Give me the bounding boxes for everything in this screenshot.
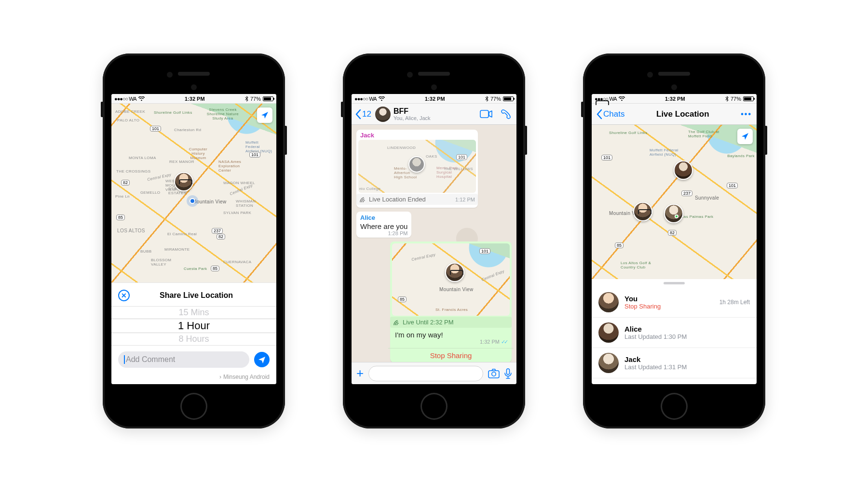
back-button[interactable]: 12: [355, 109, 371, 119]
earpiece: [658, 72, 690, 76]
duration-picker[interactable]: 15 Mins 1 Hour 8 Hours: [111, 306, 276, 346]
attach-button[interactable]: +: [356, 366, 364, 381]
message-composer: +: [352, 362, 516, 384]
sheet-grabber[interactable]: [664, 282, 685, 284]
bluetooth-icon: [725, 96, 729, 102]
map-label: Shoreline Golf Links: [609, 131, 648, 135]
message-input[interactable]: [368, 366, 483, 381]
message-text: I'm on my way!: [395, 331, 507, 339]
last-updated: Last Updated 1:31 PM: [624, 363, 750, 371]
map-thumbnail[interactable]: LINDENWOOD OAKS Menlo-Atherton High Scho…: [358, 140, 476, 193]
recenter-button[interactable]: [257, 107, 272, 123]
map-label: Sunnyvale: [695, 195, 719, 201]
wifi-icon: [619, 96, 625, 101]
back-button[interactable]: Chats: [597, 109, 624, 119]
message-alice[interactable]: Alice Where are you 1:28 PM: [356, 212, 411, 238]
send-button[interactable]: [254, 352, 270, 367]
map-label: El Camino Real: [167, 232, 197, 236]
map-label: THE WILLOWS: [444, 167, 473, 171]
route-shield: 82: [121, 180, 130, 186]
map-label: Menlo Park Surgical Hospital: [436, 166, 462, 179]
comment-input[interactable]: Add Comment: [118, 351, 249, 368]
message-location-jack[interactable]: Jack LINDENWOOD OAKS Menlo-Atherton High…: [356, 130, 478, 208]
screen-share-location: ●●●○○ WA 1:32 PM 77% ADOBE CREEK PALO AL…: [111, 94, 276, 384]
map-label: ADOBE CREEK: [115, 109, 145, 114]
bluetooth-icon: [245, 96, 248, 102]
home-button[interactable]: [180, 393, 207, 420]
home-button[interactable]: [661, 393, 688, 420]
status-time: 1:32 PM: [425, 96, 445, 102]
audio-call-button[interactable]: [501, 109, 511, 119]
you-avatar-pin[interactable]: [633, 202, 652, 221]
map-label: Central Expy: [411, 253, 436, 262]
proximity-sensor: [167, 72, 173, 78]
user-avatar-pin[interactable]: [174, 172, 193, 191]
message-time: 1:32 PM✓✓: [395, 339, 507, 345]
message-time: 1:12 PM: [455, 197, 475, 202]
page-title: Live Location: [624, 109, 741, 119]
map-label: Los Altos Golf & Country Club: [621, 261, 659, 269]
home-button[interactable]: [420, 393, 448, 420]
route-shield: 82: [217, 234, 225, 240]
avatar: [598, 322, 619, 343]
stop-sharing-button[interactable]: Stop Sharing: [388, 348, 514, 361]
route-shield: 82: [668, 230, 677, 236]
group-name: BFF: [393, 107, 477, 116]
svg-rect-3: [507, 369, 510, 375]
participant-row-jack[interactable]: Jack Last Updated 1:31 PM: [592, 348, 757, 378]
map-label: REX MANOR: [169, 160, 194, 164]
picker-option-selected[interactable]: 1 Hour: [111, 319, 276, 333]
avatar: [598, 353, 619, 373]
alice-avatar-pin[interactable]: [674, 161, 693, 180]
map-view[interactable]: ADOBE CREEK PALO ALTO Shoreline Golf Lin…: [111, 104, 276, 282]
chat-title[interactable]: BFF You, Alice, Jack: [393, 107, 477, 121]
map-label: nio College: [359, 187, 380, 191]
recenter-button[interactable]: [737, 129, 753, 144]
group-avatar[interactable]: [375, 107, 391, 122]
jack-avatar-pin[interactable]: [664, 204, 683, 223]
signal-dots-icon: ●●●○○ WA: [114, 96, 136, 102]
svg-point-2: [492, 372, 496, 375]
video-call-button[interactable]: [480, 110, 492, 118]
battery-percent: 77%: [490, 96, 501, 102]
mic-button[interactable]: [504, 368, 512, 379]
map-label: MONTA LOMA: [129, 156, 156, 160]
route-shield: 85: [398, 296, 407, 302]
live-until-caption: Live Until 2:32 PM: [390, 317, 512, 328]
map-label: Moffett Federal Airfield (NUQ): [650, 148, 678, 157]
wifi-icon: [138, 96, 145, 101]
chat-scroll[interactable]: Jack LINDENWOOD OAKS Menlo-Atherton High…: [352, 125, 516, 362]
swipe-indicator[interactable]: ›Minseung Android: [111, 372, 276, 384]
map-label: Stevens Creek Shoreline Nature Study Are…: [201, 107, 244, 120]
picker-option[interactable]: 8 Hours: [111, 333, 276, 345]
map-label: Las Palmas Park: [681, 214, 713, 219]
map-thumbnail[interactable]: Central Expy Central Expy Mountain View …: [392, 243, 510, 316]
status-bar: ●●●○○ WA 1:32 PM 77%: [352, 94, 516, 104]
map-view[interactable]: Shoreline Golf Links The Golf Club at Mo…: [592, 125, 757, 279]
map-label: Central Expy: [147, 173, 172, 182]
participant-row-alice[interactable]: Alice Last Updated 1:30 PM: [592, 318, 757, 348]
share-location-sheet: ✕ Share Live Location 15 Mins 1 Hour 8 H…: [111, 282, 276, 384]
earpiece: [178, 72, 210, 76]
screen-chat: ●●●○○ WA 1:32 PM 77% 12 BFF You, Alice, …: [352, 94, 516, 384]
sheet-title: Share Live Location: [135, 291, 258, 300]
map-label: Cuesta Park: [184, 267, 207, 271]
phone-frame-3: ●●●○○ WA 1:32 PM 77% Chats Live Location…: [583, 54, 765, 428]
camera-button[interactable]: [488, 369, 500, 378]
text-caret: [124, 355, 125, 364]
picker-option[interactable]: 15 Mins: [111, 307, 276, 319]
current-location-dot: [190, 198, 195, 204]
close-button[interactable]: ✕: [118, 290, 130, 301]
stop-sharing-link[interactable]: Stop Sharing: [624, 303, 714, 310]
status-time: 1:32 PM: [185, 96, 205, 102]
route-shield: 85: [211, 266, 219, 271]
live-location-navbar: Chats Live Location •••: [592, 104, 757, 125]
sender-name: Alice: [360, 214, 407, 221]
more-button[interactable]: •••: [741, 110, 752, 119]
location-ended-caption: Live Location Ended 1:12 PM: [356, 194, 478, 205]
message-my-location[interactable]: Central Expy Central Expy Mountain View …: [390, 241, 512, 362]
side-button: [765, 126, 767, 155]
participant-name: Jack: [624, 355, 750, 363]
battery-percent: 77%: [731, 96, 741, 102]
participant-row-you[interactable]: You Stop Sharing 1h 28m Left: [592, 287, 757, 318]
